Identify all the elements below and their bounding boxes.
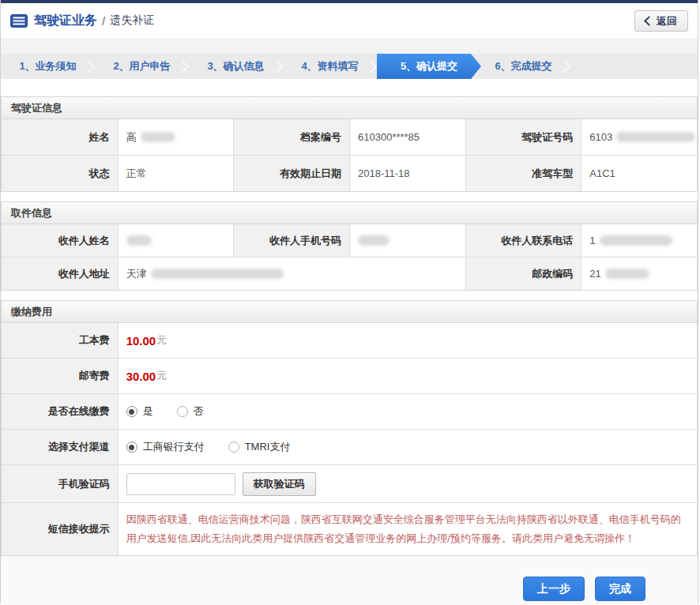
fee-amount: 10.00 (126, 334, 156, 348)
postal-code-text: 21 (589, 268, 600, 280)
radio-unselected-icon (177, 406, 188, 417)
page-title: 驾驶证业务 (34, 13, 97, 29)
step-nav-filler (570, 54, 698, 79)
chevron-right-icon (177, 61, 190, 73)
breadcrumb-current: 遗失补证 (110, 13, 154, 28)
redacted-blur (600, 235, 672, 246)
recipient-mobile-label: 收件人手机号码 (233, 224, 349, 257)
postal-code-value: 21 (581, 257, 697, 290)
chevron-right-icon (83, 61, 96, 73)
radio-option-yes[interactable]: 是 (126, 404, 153, 419)
radio-option-tmri[interactable]: TMRI支付 (228, 440, 291, 454)
radio-label: 工商银行支付 (143, 440, 205, 454)
redacted-blur (151, 269, 284, 279)
step-2-user-declaration: 2、用户申告 (95, 54, 189, 79)
step-6-complete-submit: 6、完成提交 (476, 54, 570, 79)
sms-notice-text: 因陕西省联通、电信运营商技术问题，陕西省互联网交通安全综合服务管理平台无法向持陕… (118, 503, 697, 555)
redacted-blur (126, 235, 152, 246)
table-row: 手机验证码 获取验证码 (2, 464, 697, 502)
step-label: 6、完成提交 (495, 59, 551, 73)
step-1-business-notice: 1、业务须知 (1, 54, 95, 79)
radio-label: 否 (194, 404, 204, 419)
radio-option-no[interactable]: 否 (177, 404, 204, 419)
production-fee-label: 工本费 (2, 323, 118, 358)
step-label: 3、确认信息 (207, 59, 264, 73)
name-value: 高 (118, 119, 234, 155)
status-label: 状态 (2, 156, 118, 191)
step-3-confirm-info: 3、确认信息 (189, 54, 283, 79)
payment-channel-options: 工商银行支付 TMRI支付 (118, 430, 697, 464)
footer-area: 上一步 完成 (1, 556, 698, 605)
table-row: 状态 正常 有效期止日期 2018-11-18 准驾车型 A1C1 (2, 155, 697, 191)
spacer (1, 79, 698, 96)
payment-channel-label: 选择支付渠道 (2, 430, 118, 464)
table-row: 姓名 高 档案编号 610300****85 驾驶证号码 6103 (2, 119, 697, 155)
online-payment-options: 是 否 (118, 394, 697, 429)
header: 驾驶证业务 / 遗失补证 返回 (1, 3, 698, 38)
license-no-value: 6103 (581, 119, 697, 155)
radio-label: TMRI支付 (245, 440, 291, 454)
radio-selected-icon (126, 406, 137, 417)
contact-phone-value: 1 (581, 224, 697, 257)
step-4-fill-materials: 4、资料填写 (283, 54, 377, 79)
payment-section: 缴纳费用 工本费 10.00 元 邮寄费 30.00 元 是否在线缴费 是 (1, 300, 698, 556)
radio-selected-icon (126, 442, 137, 453)
step-label: 5、确认提交 (401, 59, 457, 73)
header-divider-strip (1, 38, 698, 54)
archive-no-value: 610300****85 (349, 119, 465, 155)
sms-code-field-cell: 获取验证码 (118, 465, 697, 502)
table-row: 选择支付渠道 工商银行支付 TMRI支付 (2, 429, 697, 464)
postage-fee-value: 30.00 元 (118, 359, 697, 393)
sms-code-label: 手机验证码 (2, 465, 118, 502)
sms-notice-label: 短信接收提示 (2, 503, 118, 555)
redacted-blur (141, 132, 175, 142)
get-code-button[interactable]: 获取验证码 (243, 472, 316, 496)
redacted-blur (616, 132, 695, 142)
redacted-blur (605, 269, 649, 279)
step-label: 4、资料填写 (301, 59, 358, 73)
radio-label: 是 (143, 404, 153, 419)
footer-buttons: 上一步 完成 (1, 556, 698, 601)
license-no-label: 驾驶证号码 (465, 119, 581, 155)
finish-button[interactable]: 完成 (595, 577, 645, 601)
fee-amount: 30.00 (126, 370, 156, 383)
address-label: 收件人地址 (2, 257, 118, 290)
contact-phone-label: 收件人联系电话 (465, 224, 581, 257)
license-info-section: 驾驶证信息 姓名 高 档案编号 610300****85 驾驶证号码 6103 … (1, 96, 698, 192)
production-fee-value: 10.00 元 (118, 323, 697, 358)
step-label: 1、业务须知 (19, 59, 76, 73)
radio-unselected-icon (228, 442, 239, 453)
vehicle-class-label: 准驾车型 (465, 156, 581, 191)
name-label: 姓名 (2, 119, 118, 155)
fee-unit: 元 (156, 333, 167, 348)
table-row: 收件人地址 天津 邮政编码 21 (2, 257, 697, 290)
expiry-label: 有效期止日期 (233, 156, 349, 191)
step-nav: 1、业务须知 2、用户申告 3、确认信息 4、资料填写 5、确认提交 6、完成提… (1, 54, 698, 79)
license-section-title: 驾驶证信息 (2, 97, 697, 119)
recipient-mobile-value (349, 224, 465, 257)
breadcrumb-divider: / (102, 14, 105, 28)
pickup-info-section: 取件信息 收件人姓名 收件人手机号码 收件人联系电话 1 收件人地址 天津 邮政… (1, 201, 698, 291)
back-button[interactable]: 返回 (634, 10, 688, 32)
pickup-section-title: 取件信息 (2, 202, 697, 224)
table-row: 收件人姓名 收件人手机号码 收件人联系电话 1 (2, 224, 697, 257)
fee-unit: 元 (156, 369, 167, 383)
previous-step-button[interactable]: 上一步 (523, 577, 585, 601)
chevron-right-icon (365, 61, 378, 73)
table-row: 是否在线缴费 是 否 (2, 393, 697, 429)
chevron-right-icon (271, 61, 284, 73)
radio-option-icbc[interactable]: 工商银行支付 (126, 440, 205, 454)
step-label: 2、用户申告 (113, 59, 170, 73)
address-text: 天津 (126, 267, 147, 281)
page: 驾驶证业务 / 遗失补证 返回 1、业务须知 2、用户申告 3、确认信息 4、资… (0, 0, 698, 603)
online-payment-label: 是否在线缴费 (2, 394, 118, 429)
payment-section-title: 缴纳费用 (2, 301, 697, 323)
address-value: 天津 (118, 257, 465, 290)
chevron-left-icon (644, 16, 654, 26)
sms-code-input[interactable] (126, 473, 235, 495)
document-list-icon (10, 14, 28, 28)
back-button-label: 返回 (657, 14, 677, 28)
expiry-value: 2018-11-18 (349, 156, 465, 191)
contact-phone-text: 1 (589, 235, 595, 246)
table-row: 邮寄费 30.00 元 (2, 358, 697, 393)
